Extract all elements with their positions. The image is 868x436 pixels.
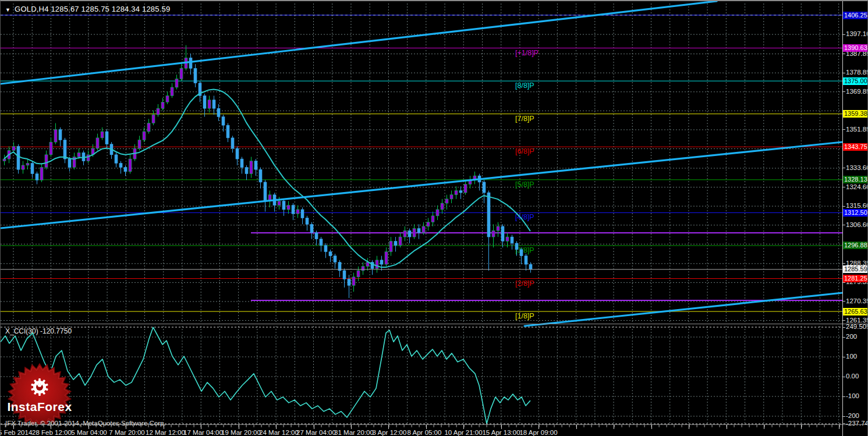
time-axis-label: 27 Mar 04:00 — [296, 429, 336, 436]
price-level-badge: 1281.25 — [842, 275, 868, 282]
candle-body — [17, 146, 20, 169]
candle-body — [143, 132, 146, 140]
candle-body — [175, 79, 178, 87]
candle-body — [157, 108, 160, 115]
mt4-chart-window: [+1/8]P[8/8]P[7/8]P[6/8]P[5/8]P[4/8]P[3/… — [0, 0, 868, 436]
cci-axis-label: 100 — [846, 353, 857, 360]
murrey-label: [2/8]P — [515, 279, 534, 288]
candle-body — [101, 132, 104, 138]
chevron-down-icon[interactable]: ▼ — [5, 7, 10, 13]
price-axis-label: 1315.60 — [846, 202, 868, 209]
price-axis-label: 1397.10 — [846, 30, 868, 37]
candle-body — [26, 163, 29, 165]
candle-body — [413, 229, 416, 237]
moving-average-line — [4, 90, 530, 268]
candle-body — [362, 267, 364, 271]
candle-body — [259, 169, 262, 182]
time-axis-label: 12 Mar 12:00 — [146, 429, 185, 436]
candle-body — [483, 182, 486, 193]
candle-body — [427, 222, 430, 226]
time-axis-label: 31 Mar 20:00 — [334, 429, 374, 436]
candle-body — [324, 245, 327, 251]
candle-body — [115, 155, 118, 163]
price-level-badge: 1312.50 — [842, 209, 868, 217]
murrey-label: [1/8]P — [515, 312, 534, 320]
candle-body — [394, 241, 397, 245]
time-axis-label: 5 Mar 04:00 — [71, 429, 107, 436]
price-axis-label: 1306.60 — [846, 221, 868, 228]
candle-body — [301, 210, 304, 218]
candle-body — [59, 129, 62, 140]
candle-body — [422, 226, 425, 233]
murrey-label: [8/8]P — [515, 81, 534, 90]
candle-body — [138, 140, 141, 148]
price-axis-label: 1378.85 — [846, 69, 868, 76]
price-level-badge: 1406.25 — [842, 12, 868, 19]
candle-body — [245, 168, 248, 174]
candle-body — [105, 132, 108, 144]
candle-body — [40, 168, 43, 180]
candle-body — [231, 138, 234, 148]
cci-axis-label: 0.00 — [846, 373, 859, 380]
pane-separator[interactable] — [1, 324, 868, 324]
price-axis-label: 1324.60 — [846, 183, 868, 190]
candle-body — [464, 185, 467, 193]
candle-body — [357, 271, 360, 277]
candle-body — [315, 233, 318, 239]
candle-body — [343, 271, 346, 279]
chart-canvas[interactable]: [+1/8]P[8/8]P[7/8]P[6/8]P[5/8]P[4/8]P[3/… — [1, 1, 868, 436]
price-level-badge: 1328.13 — [842, 176, 868, 183]
time-axis-label: 8 Apr 05:00 — [408, 429, 442, 436]
candle-body — [45, 155, 48, 168]
cci-axis-label: -200 — [846, 412, 859, 419]
time-axis-label: 28 Feb 12:00 — [32, 429, 72, 436]
time-axis-label: 15 Apr 13:00 — [482, 429, 520, 436]
copyright-text: IFX Trader, © 2001-2014, MetaQuotes Soft… — [5, 420, 166, 427]
murrey-label: [7/8]P — [515, 115, 534, 123]
price-level-badge: 1359.38 — [842, 110, 868, 118]
candle-body — [399, 237, 402, 245]
price-axis[interactable]: 1397.101387.851378.851369.851351.851333.… — [842, 1, 868, 436]
chart-title-text: GOLD,H4 1285.67 1285.75 1284.34 1285.59 — [15, 5, 170, 13]
time-axis-label: 19 Mar 20:00 — [221, 429, 261, 436]
candle-body — [455, 190, 458, 194]
candle-body — [310, 224, 313, 232]
candle-body — [296, 210, 299, 214]
candle-body — [212, 100, 215, 108]
candle-body — [506, 237, 509, 241]
candle-body — [348, 279, 350, 285]
candle-body — [264, 182, 267, 201]
cci-axis-label: -100 — [846, 392, 859, 399]
price-level-badge: 1390.63 — [842, 44, 868, 52]
instaforex-watermark: InstaForex — [7, 363, 72, 427]
price-axis-label: 1351.85 — [846, 126, 868, 133]
candle-body — [431, 216, 434, 222]
brand-name: InstaForex — [7, 400, 72, 413]
candle-body — [417, 229, 420, 233]
time-axis-label: 7 Mar 20:00 — [109, 429, 144, 436]
candle-body — [161, 102, 164, 108]
chart-title: ▼GOLD,H4 1285.67 1285.75 1284.34 1285.59 — [5, 5, 170, 13]
candle-body — [334, 256, 336, 263]
candle-body — [152, 115, 155, 123]
price-level-badge: 1285.59 — [842, 265, 868, 273]
candle-body — [171, 87, 173, 95]
price-axis-label: 1261.35 — [846, 317, 868, 324]
candle-body — [54, 129, 57, 142]
candle-body — [492, 231, 495, 237]
candle-body — [375, 260, 378, 268]
trend-line — [525, 293, 842, 326]
candle-body — [389, 241, 392, 251]
trend-line — [1, 1, 717, 84]
candle-body — [31, 163, 34, 173]
candle-body — [203, 95, 206, 108]
candle-body — [385, 251, 388, 264]
candle-body — [166, 95, 169, 102]
candle-body — [129, 159, 132, 172]
candle-body — [240, 159, 243, 167]
candle-body — [77, 153, 80, 157]
cci-axis-label: 200 — [846, 333, 857, 340]
candle-body — [441, 203, 444, 210]
candle-body — [380, 260, 383, 264]
candle-body — [520, 250, 523, 256]
